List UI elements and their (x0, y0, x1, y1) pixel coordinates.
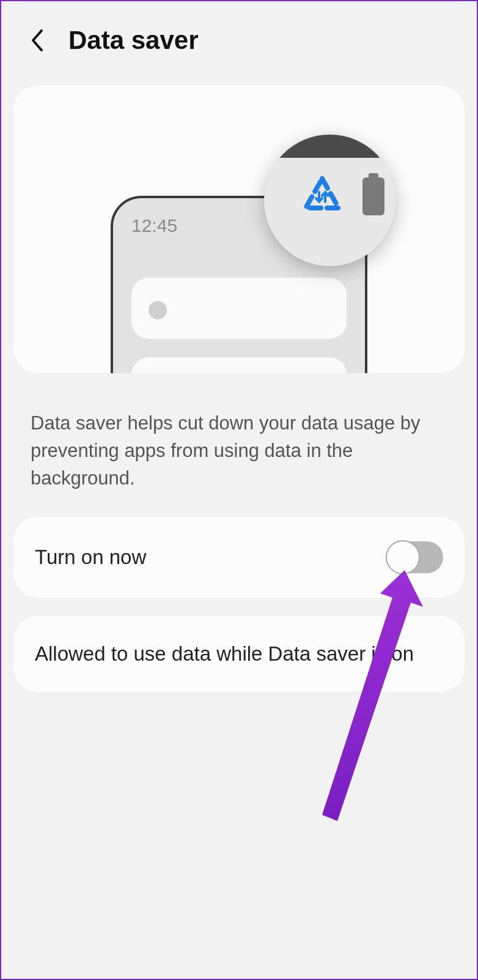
data-saver-toggle[interactable] (387, 541, 443, 573)
svg-marker-0 (322, 570, 423, 821)
phone-dot-icon (149, 301, 167, 319)
toggle-knob (386, 540, 420, 574)
description-text: Data saver helps cut down your data usag… (1, 373, 477, 517)
phone-card-placeholder (131, 357, 347, 373)
phone-card-placeholder (131, 278, 347, 339)
data-saver-icon (301, 176, 344, 218)
status-bar-illustration (264, 135, 395, 158)
turn-on-label: Turn on now (35, 544, 387, 571)
allowed-apps-row[interactable]: Allowed to use data while Data saver is … (13, 616, 465, 692)
allowed-apps-label: Allowed to use data while Data saver is … (35, 640, 443, 668)
back-button[interactable] (26, 28, 50, 53)
page-title: Data saver (68, 26, 198, 55)
annotation-arrow-icon (295, 564, 429, 827)
phone-time: 12:45 (131, 215, 177, 236)
illustration-card: 12:45 (13, 86, 465, 373)
turn-on-row[interactable]: Turn on now (13, 517, 465, 598)
magnifier-circle (264, 135, 395, 266)
battery-icon (362, 177, 384, 215)
header: Data saver (1, 1, 477, 73)
chevron-left-icon (31, 28, 45, 53)
